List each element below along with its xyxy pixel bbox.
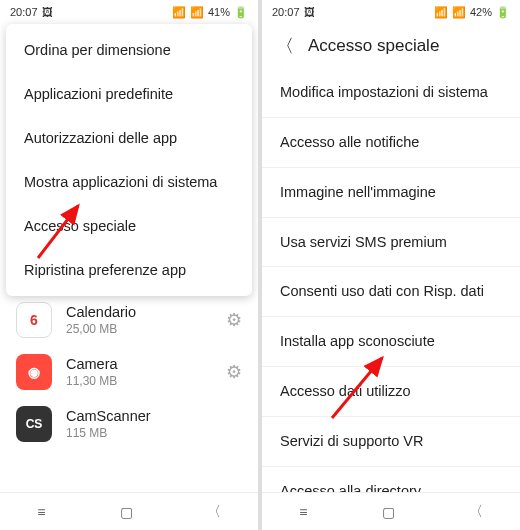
menu-special-access[interactable]: Accesso speciale (6, 204, 252, 248)
phone-left: 20:07 🖼 📶 📶 41% 🔋 Ordina per dimensione … (0, 0, 258, 530)
phone-right: 20:07 🖼 📶 📶 42% 🔋 〈 Accesso speciale Mod… (262, 0, 520, 530)
status-bar: 20:07 🖼 📶 📶 42% 🔋 (262, 0, 520, 24)
nav-bar: ≡ ▢ 〈 (0, 492, 258, 530)
setting-vr-support[interactable]: Servizi di supporto VR (262, 417, 520, 467)
signal-icon: 📶 (452, 6, 466, 19)
image-indicator-icon: 🖼 (304, 6, 315, 18)
setting-picture-in-picture[interactable]: Immagine nell'immagine (262, 168, 520, 218)
setting-usage-data-access[interactable]: Accesso dati utilizzo (262, 367, 520, 417)
header: 〈 Accesso speciale (262, 24, 520, 68)
status-time: 20:07 (10, 6, 38, 18)
app-icon: ◉ (16, 354, 52, 390)
page-title: Accesso speciale (308, 36, 439, 56)
setting-directory-access[interactable]: Accesso alla directory (262, 467, 520, 492)
status-time: 20:07 (272, 6, 300, 18)
menu-default-apps[interactable]: Applicazioni predefinite (6, 72, 252, 116)
app-size: 25,00 MB (66, 322, 212, 336)
app-icon: CS (16, 406, 52, 442)
gear-icon[interactable]: ⚙ (226, 361, 242, 383)
nav-bar: ≡ ▢ 〈 (262, 492, 520, 530)
battery-icon: 🔋 (496, 6, 510, 19)
setting-notification-access[interactable]: Accesso alle notifiche (262, 118, 520, 168)
app-name: Calendario (66, 304, 212, 320)
setting-install-unknown-apps[interactable]: Installa app sconosciute (262, 317, 520, 367)
app-row[interactable]: CS CamScanner 115 MB (0, 398, 258, 450)
app-size: 11,30 MB (66, 374, 212, 388)
settings-list: Modifica impostazioni di sistema Accesso… (262, 68, 520, 492)
app-name: CamScanner (66, 408, 242, 424)
nav-home-icon[interactable]: ▢ (120, 504, 133, 520)
overflow-menu: Ordina per dimensione Applicazioni prede… (6, 24, 252, 296)
wifi-icon: 📶 (434, 6, 448, 19)
back-icon[interactable]: 〈 (276, 34, 294, 58)
app-size: 115 MB (66, 426, 242, 440)
dual-screenshot-container: 20:07 🖼 📶 📶 41% 🔋 Ordina per dimensione … (0, 0, 520, 530)
app-row[interactable]: ◉ Camera 11,30 MB ⚙ (0, 346, 258, 398)
nav-back-icon[interactable]: 〈 (469, 503, 483, 521)
nav-back-icon[interactable]: 〈 (207, 503, 221, 521)
nav-recents-icon[interactable]: ≡ (299, 504, 307, 520)
battery-percent: 42% (470, 6, 492, 18)
app-name: Camera (66, 356, 212, 372)
image-indicator-icon: 🖼 (42, 6, 53, 18)
wifi-icon: 📶 (172, 6, 186, 19)
app-row[interactable]: 6 Calendario 25,00 MB ⚙ (0, 294, 258, 346)
gear-icon[interactable]: ⚙ (226, 309, 242, 331)
setting-data-saver[interactable]: Consenti uso dati con Risp. dati (262, 267, 520, 317)
menu-app-permissions[interactable]: Autorizzazioni delle app (6, 116, 252, 160)
battery-percent: 41% (208, 6, 230, 18)
setting-premium-sms[interactable]: Usa servizi SMS premium (262, 218, 520, 268)
setting-modify-system[interactable]: Modifica impostazioni di sistema (262, 68, 520, 118)
menu-show-system-apps[interactable]: Mostra applicazioni di sistema (6, 160, 252, 204)
battery-icon: 🔋 (234, 6, 248, 19)
app-icon: 6 (16, 302, 52, 338)
menu-sort-by-size[interactable]: Ordina per dimensione (6, 28, 252, 72)
status-bar: 20:07 🖼 📶 📶 41% 🔋 (0, 0, 258, 24)
nav-recents-icon[interactable]: ≡ (37, 504, 45, 520)
menu-reset-preferences[interactable]: Ripristina preferenze app (6, 248, 252, 292)
signal-icon: 📶 (190, 6, 204, 19)
nav-home-icon[interactable]: ▢ (382, 504, 395, 520)
